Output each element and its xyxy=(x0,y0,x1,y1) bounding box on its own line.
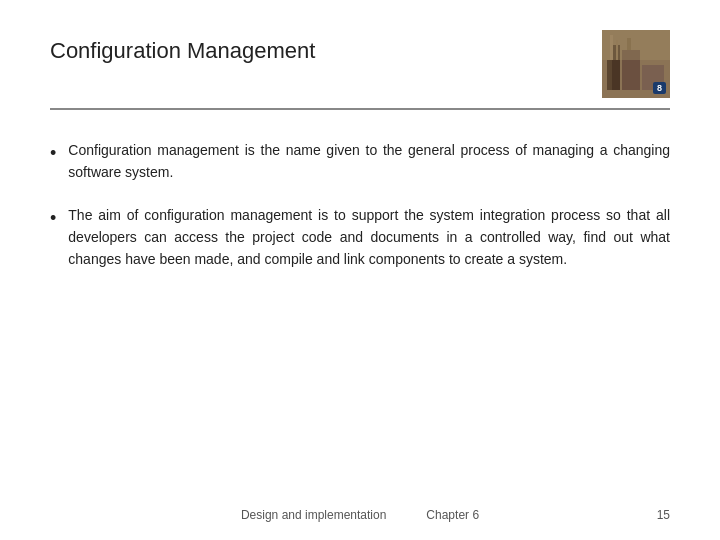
bullet-dot-2: • xyxy=(50,206,56,231)
slide-content: • Configuration management is the name g… xyxy=(50,130,670,302)
slide-container: Configuration Management xyxy=(0,0,720,540)
footer-page-number: 15 xyxy=(657,508,670,522)
slide-footer: Design and implementation Chapter 6 15 xyxy=(0,508,720,522)
bullet-text-1: Configuration management is the name giv… xyxy=(68,140,670,183)
footer-section-label: Design and implementation xyxy=(241,508,386,522)
slide-title: Configuration Management xyxy=(50,30,315,64)
bullet-item-2: • The aim of configuration management is… xyxy=(50,205,670,270)
book-badge: 8 xyxy=(653,82,666,94)
bullet-text-2: The aim of configuration management is t… xyxy=(68,205,670,270)
slide-header: Configuration Management xyxy=(50,30,670,110)
footer-chapter-label: Chapter 6 xyxy=(426,508,479,522)
svg-rect-8 xyxy=(602,30,670,60)
book-cover-image: 8 xyxy=(602,30,670,98)
bullet-dot-1: • xyxy=(50,141,56,166)
bullet-item-1: • Configuration management is the name g… xyxy=(50,140,670,183)
